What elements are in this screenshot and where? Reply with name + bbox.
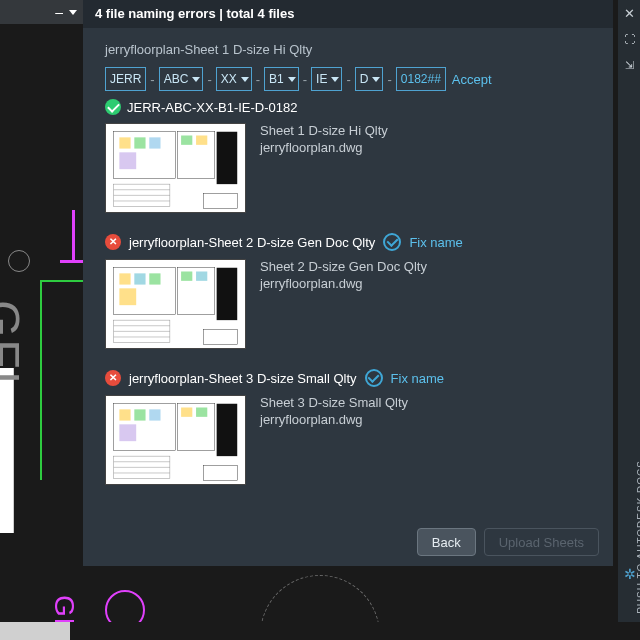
svg-rect-39 [217,404,238,456]
sheet-row-2: Sheet 2 D-size Gen Doc Qlty jerryfloorpl… [105,259,591,349]
chevron-down-icon [372,77,380,82]
svg-rect-3 [119,137,130,148]
error-name: jerryfloorplan-Sheet 3 D-size Small Qlty [129,371,357,386]
close-icon[interactable]: ✕ [618,0,640,26]
dropdown-icon[interactable] [69,10,77,15]
sheet-row-1: Sheet 1 D-size Hi Qlty jerryfloorplan.dw… [105,123,591,213]
sheet-row-3: Sheet 3 D-size Small Qlty jerryfloorplan… [105,395,591,485]
svg-rect-22 [181,271,192,280]
seg-number[interactable]: 0182## [396,67,446,91]
right-sidebar: ✕ ⛶ ⇲ PUSH TO AUTODESK DOCS ✲ [618,0,640,640]
chevron-down-icon [192,77,200,82]
svg-rect-7 [181,135,192,144]
minimize-icon[interactable]: – [55,4,63,20]
sheet-label: Sheet 3 D-size Small Qlty [260,395,408,410]
seg-originator[interactable]: ABC [159,67,204,91]
check-icon [105,99,121,115]
seg-role[interactable]: D [355,67,384,91]
svg-rect-19 [134,273,145,284]
bottom-tab[interactable] [0,622,70,640]
seg-type[interactable]: IE [311,67,342,91]
error-icon [105,234,121,250]
svg-rect-24 [217,268,238,320]
panel-body: jerryfloorplan-Sheet 1 D-size Hi Qlty JE… [83,28,613,518]
sheet-original-name: jerryfloorplan-Sheet 1 D-size Hi Qlty [105,42,591,57]
panel-title: 4 file naming errors | total 4 files [83,0,613,28]
svg-rect-8 [196,135,207,144]
svg-rect-18 [119,273,130,284]
resolved-name: JERR-ABC-XX-B1-IE-D-0182 [127,100,298,115]
upload-sheets-button: Upload Sheets [484,528,599,556]
svg-rect-33 [119,409,130,420]
svg-rect-4 [134,137,145,148]
svg-rect-5 [149,137,160,148]
svg-rect-38 [196,407,207,416]
chevron-down-icon [288,77,296,82]
sheet-file: jerryfloorplan.dwg [260,412,408,427]
fix-name-link[interactable]: Fix name [391,371,444,386]
sheet-thumbnail[interactable] [105,123,246,213]
error-row-3: jerryfloorplan-Sheet 3 D-size Small Qlty… [105,369,591,387]
back-button[interactable]: Back [417,528,476,556]
seg-project[interactable]: JERR [105,67,146,91]
svg-rect-37 [181,407,192,416]
expand-icon[interactable]: ⛶ [618,26,640,52]
seg-volume[interactable]: XX [216,67,252,91]
svg-rect-36 [119,424,136,441]
fix-check-icon [365,369,383,387]
refresh-icon[interactable]: ✲ [624,566,636,582]
sheet-label: Sheet 1 D-size Hi Qlty [260,123,388,138]
error-icon [105,370,121,386]
svg-rect-35 [149,409,160,420]
sidebar-label[interactable]: PUSH TO AUTODESK DOCS [636,460,640,614]
fix-check-icon [383,233,401,251]
svg-rect-9 [217,132,238,184]
chevron-down-icon [241,77,249,82]
error-row-2: jerryfloorplan-Sheet 2 D-size Gen Doc Ql… [105,233,591,251]
svg-rect-20 [149,273,160,284]
error-name: jerryfloorplan-Sheet 2 D-size Gen Doc Ql… [129,235,375,250]
accept-link[interactable]: Accept [452,72,492,87]
fix-name-link[interactable]: Fix name [409,235,462,250]
chevron-down-icon [331,77,339,82]
bg-text-gfi: GFI [0,300,30,386]
svg-rect-6 [119,152,136,169]
sheet-thumbnail[interactable] [105,259,246,349]
svg-rect-21 [119,288,136,305]
svg-rect-23 [196,271,207,280]
sheet-file: jerryfloorplan.dwg [260,276,427,291]
app-topbar: – [0,0,83,24]
bottom-strip [0,622,640,640]
collapse-icon[interactable]: ⇲ [618,52,640,78]
sheet-thumbnail[interactable] [105,395,246,485]
seg-level[interactable]: B1 [264,67,299,91]
sheet-file: jerryfloorplan.dwg [260,140,388,155]
svg-rect-34 [134,409,145,420]
resolved-row: JERR-ABC-XX-B1-IE-D-0182 [105,99,591,115]
sheet-label: Sheet 2 D-size Gen Doc Qlty [260,259,427,274]
panel-footer: Back Upload Sheets [417,528,599,556]
naming-segments: JERR - ABC - XX - B1 - IE - D - 0182## A… [105,67,591,91]
naming-errors-panel: 4 file naming errors | total 4 files jer… [83,0,613,566]
